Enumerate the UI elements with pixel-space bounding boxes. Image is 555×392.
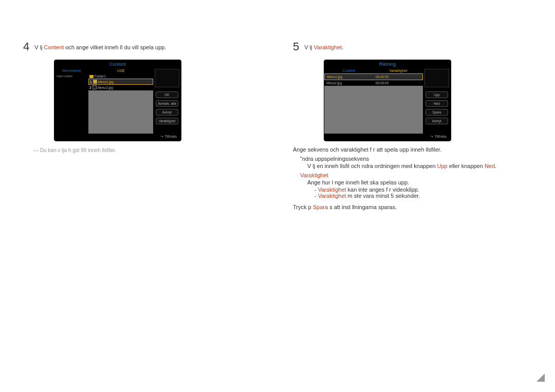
bullet-head: Varaktighet [300, 172, 532, 178]
step-text: V lj Varaktighet. [304, 41, 343, 50]
direction-dialog-screenshot: Riktning Content Varaktighet Menu1.jpg00… [324, 60, 451, 141]
bullet-body: V lj en inneh llsfil och ndra ordningen … [307, 163, 532, 169]
dash-item: Varaktighet kan inte anges f r videoklip… [314, 186, 532, 193]
ok-button: OK [156, 91, 178, 98]
back-footer: ↵Tillbaka [324, 134, 451, 141]
seq-row-selected: Menu1.jpg00:00:05 [324, 73, 423, 80]
save-button: Spara [425, 109, 448, 116]
left-column: 4 V lj Content och ange vilket inneh ll … [23, 41, 262, 212]
file-row: 2Menu2.jpg [88, 85, 153, 90]
paragraph-save: Tryck p Spara s att inst llningarna spar… [293, 204, 532, 210]
dialog-title: Riktning [324, 60, 451, 68]
tab-internal: Internminne [55, 68, 87, 73]
return-icon: ↵ [160, 135, 163, 139]
back-footer: ↵Tillbaka [54, 134, 181, 141]
preview-box [155, 69, 179, 87]
step-number: 5 [293, 41, 299, 52]
unmark-all-button: Avmark. alla [156, 100, 178, 107]
step-text: V lj Content och ange vilket inneh ll du… [34, 41, 166, 50]
step-4: 4 V lj Content och ange vilket inneh ll … [23, 41, 262, 52]
content-dialog-screenshot: Content Internminne Inget objekt USB Fol… [54, 60, 181, 141]
col-content: Content [324, 68, 374, 73]
checkbox-off-icon [92, 85, 97, 89]
page-corner-icon [536, 374, 545, 382]
dash-list: Varaktighet kan inte anges f r videoklip… [314, 186, 532, 199]
preview-box [424, 69, 449, 87]
bullet-body: Ange hur l nge inneh llet ska spelas upp… [307, 179, 532, 185]
file-row-selected: 1Menu1.jpg [88, 79, 153, 85]
highlight-content: Content [44, 44, 64, 50]
right-column: 5 V lj Varaktighet. Riktning Content Var… [293, 41, 532, 212]
duration-button: Varaktighet [156, 118, 178, 124]
no-object-label: Inget objekt [55, 73, 87, 79]
note-max-files: Du kan v lja h gst 99 inneh llsfiler. [33, 147, 262, 153]
bullet-duration: Varaktighet Ange hur l nge inneh llet sk… [300, 172, 532, 199]
folder-row: Folder1 [88, 74, 153, 79]
dialog-title: Content [54, 60, 181, 68]
bullet-sequence: ˜ndra uppspelningssekvens V lj en inneh … [300, 156, 532, 169]
paragraph-intro: Ange sekvens och varaktighet f r att spe… [293, 146, 532, 153]
seq-row: Menu2.jpg00:00:05 [324, 80, 423, 86]
checkbox-on-icon [93, 80, 97, 84]
dash-item: Varaktighet m ste vara minst 5 sekunder. [314, 193, 532, 199]
tab-usb: USB [88, 68, 153, 73]
bullet-head: ˜ndra uppspelningssekvens [300, 156, 532, 162]
col-duration: Varaktighet [374, 68, 423, 73]
folder-icon [89, 75, 94, 78]
down-button: Ned [425, 100, 448, 107]
cancel-button: Avbryt [425, 118, 448, 124]
step-5: 5 V lj Varaktighet. [293, 41, 532, 52]
step-number: 4 [23, 41, 29, 52]
highlight-duration: Varaktighet [314, 44, 342, 50]
up-button: Upp [425, 91, 448, 98]
cancel-button: Avbryt [156, 109, 178, 116]
return-icon: ↵ [430, 135, 433, 139]
